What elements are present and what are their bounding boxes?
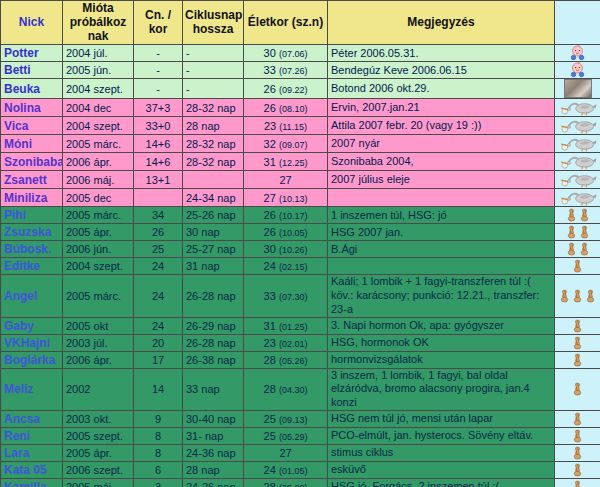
age-value: 25 — [264, 413, 276, 425]
cycle-day-cell: 14+6 — [134, 153, 183, 171]
nick-cell: Meliz — [1, 368, 63, 410]
note-cell: HSG nem túl jó, mensi után lapar — [328, 410, 555, 427]
cycle-length-cell: - — [183, 45, 244, 62]
age-date: (07.06) — [279, 49, 308, 59]
crossed-fingers-icon — [578, 208, 591, 220]
since-cell: 2004 szept. — [63, 117, 134, 135]
note-cell: B.Ági — [328, 241, 555, 258]
crossed-fingers-icon — [571, 289, 584, 301]
status-icon-cell — [555, 79, 600, 99]
since-cell: 2006 máj. — [63, 171, 134, 189]
nick-cell: Búbosk. — [1, 241, 63, 258]
table-row: Zsuzska2005 ápr.2630 nap26 (10.05)HSG 20… — [1, 224, 600, 241]
age-value: 28 — [264, 354, 276, 366]
age-value: 32 — [264, 138, 276, 150]
cycle-day-cell: 25 — [134, 241, 183, 258]
cycle-length-cell: 28 nap — [183, 117, 244, 135]
since-cell: 2006 ápr. — [63, 351, 134, 368]
status-icon-cell — [555, 317, 600, 334]
status-icon-cell — [555, 478, 600, 487]
cycle-length-cell: 31 nap — [183, 258, 244, 275]
column-header-cn: Cn. / kor — [134, 1, 183, 45]
age-date: (09.13) — [279, 415, 308, 425]
age-date: (02.01) — [279, 339, 308, 349]
age-date: (05.29) — [279, 432, 308, 442]
nick-cell: Betti — [1, 62, 63, 79]
cycle-length-cell: - — [183, 79, 244, 99]
age-value: 28 — [264, 481, 276, 487]
nick-cell: Vica — [1, 117, 63, 135]
status-icon-cell — [555, 135, 600, 153]
crossed-fingers-icon — [578, 242, 591, 254]
age-value: 30 — [264, 243, 276, 255]
status-icon-cell — [555, 45, 600, 62]
cycle-length-cell: 31- nap — [183, 427, 244, 444]
nick-cell: Miniliza — [1, 189, 63, 207]
cycle-length-cell: 30-40 nap — [183, 410, 244, 427]
since-cell: 2003 júl. — [63, 334, 134, 351]
note-cell: Bendegúz Keve 2006.06.15 — [328, 62, 555, 79]
age-date: (10.17) — [279, 211, 308, 221]
since-cell: 2002 — [63, 368, 134, 410]
cycle-length-cell: 28 nap — [183, 461, 244, 478]
note-cell: Kaáli; 1 lombik + 1 fagyi-transzferen tú… — [328, 275, 555, 317]
age-date: (04.30) — [279, 385, 308, 395]
table-row: Miniliza2005 dec24-34 nap27 (10.13) — [1, 189, 600, 207]
age-cell: 28 (05.26) — [244, 351, 328, 368]
age-value: 27 — [279, 174, 291, 186]
cycle-day-cell: 24 — [134, 258, 183, 275]
cycle-day-cell: 13+1 — [134, 171, 183, 189]
age-date: (11.15) — [279, 122, 307, 132]
age-cell: 31 (12.25) — [244, 153, 328, 171]
note-cell: Attila 2007 febr. 20 (vagy 19 :)) — [328, 117, 555, 135]
note-cell: 1 inszemen túl, HSG: jó — [328, 207, 555, 224]
crossed-fingers-icon — [571, 412, 584, 424]
cycle-length-cell: 28-32 nap — [183, 135, 244, 153]
age-value: 33 — [264, 64, 276, 76]
table-row: Szonibaba2006 ápr.14+628-32 nap31 (12.25… — [1, 153, 600, 171]
table-row: Gaby2005 okt2426-29 nap31 (01.25)3. Napi… — [1, 317, 600, 334]
cycle-day-cell: 6 — [134, 461, 183, 478]
age-cell: 23 (02.01) — [244, 334, 328, 351]
table-row: Búbosk.2006 jún.2525-27 nap30 (10.26)B.Á… — [1, 241, 600, 258]
note-cell: PCO-elmúlt, jan. hysterocs. Sövény eltáv… — [328, 427, 555, 444]
nick-cell: VKHajni — [1, 334, 63, 351]
stork-icon — [559, 173, 597, 185]
age-date: (01.25) — [279, 322, 308, 332]
age-cell: 30 (07.06) — [244, 45, 328, 62]
note-cell: 3. Napi hormon Ok, apa: gyógyszer — [328, 317, 555, 334]
since-cell: 2006 jún. — [63, 241, 134, 258]
nick-cell: Gaby — [1, 317, 63, 334]
table-row: Ancsa2003 okt.930-40 nap25 (09.13)HSG ne… — [1, 410, 600, 427]
table-row: Meliz20021433 nap28 (04.30)3 inszem, 1 l… — [1, 368, 600, 410]
cycle-length-cell: 24-36 nap — [183, 444, 244, 461]
table-row: Lara2005 ápr.824-36 nap27stimus ciklus — [1, 444, 600, 461]
age-cell: 27 — [244, 444, 328, 461]
column-header-nick: Nick — [1, 1, 63, 45]
age-cell: 26 (08.10) — [244, 99, 328, 117]
crossed-fingers-icon — [565, 225, 578, 237]
age-date: (09.07) — [279, 140, 308, 150]
table-row: Nolina2004 dec37+328-32 nap26 (08.10)Erv… — [1, 99, 600, 117]
age-value: 31 — [264, 320, 276, 332]
table-row: Betti2005 jún.--33 (07.26)Bendegúz Keve … — [1, 62, 600, 79]
column-header-age: Életkor (sz.n) — [244, 1, 328, 45]
since-cell: 2005 dec — [63, 189, 134, 207]
age-value: 26 — [264, 83, 276, 95]
crossed-fingers-icon — [571, 319, 584, 331]
age-value: 26 — [264, 209, 276, 221]
cycle-day-cell: 9 — [134, 410, 183, 427]
since-cell: 2004 dec — [63, 99, 134, 117]
age-date: (10.13) — [279, 194, 308, 204]
age-value: 26 — [264, 226, 276, 238]
note-cell: HSG, hormonok OK — [328, 334, 555, 351]
status-icon-cell — [555, 444, 600, 461]
status-icon-cell — [555, 461, 600, 478]
status-icon-cell — [555, 224, 600, 241]
age-cell: 24 (01.05) — [244, 461, 328, 478]
note-cell — [328, 189, 555, 207]
nick-cell: Zsanett — [1, 171, 63, 189]
crossed-fingers-icon — [571, 382, 584, 394]
column-header-cycle: Ciklusnap hossza — [183, 1, 244, 45]
column-header-icon — [555, 1, 600, 45]
